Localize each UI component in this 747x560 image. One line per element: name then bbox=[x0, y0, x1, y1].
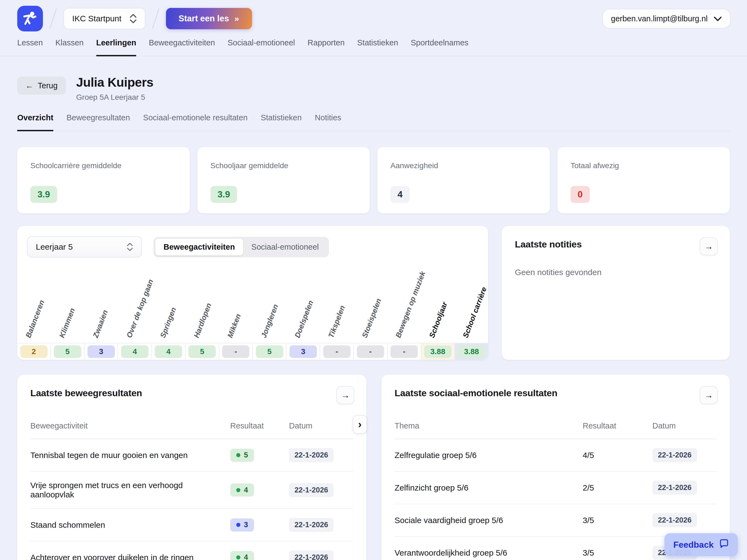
app-logo[interactable] bbox=[17, 6, 43, 31]
result-badge: 3 bbox=[230, 518, 254, 532]
year-selector-label: Leerjaar 5 bbox=[36, 242, 73, 252]
nav-item-lessen[interactable]: Lessen bbox=[17, 38, 43, 56]
result-dot bbox=[236, 453, 240, 457]
matrix-column-schooljaar: Schooljaar bbox=[421, 261, 455, 343]
table-row[interactable]: Achterover en voorover duikelen in de ri… bbox=[30, 541, 353, 560]
movement-results-arrow-button[interactable]: → bbox=[336, 386, 354, 404]
results-tables-row: Laatste beweegresultaten → › Beweegactiv… bbox=[17, 375, 730, 560]
table-row[interactable]: Vrije sprongen met trucs en een verhoogd… bbox=[30, 472, 353, 509]
matrix-column-over-de-kop-gaan: Over de kop gaan bbox=[118, 261, 152, 343]
stat-value-badge: 0 bbox=[571, 186, 590, 203]
stat-card-schoolcarri-re-gemiddelde: Schoolcarrière gemiddelde3.9 bbox=[17, 147, 190, 213]
tab-beweegresultaten[interactable]: Beweegresultaten bbox=[67, 113, 130, 131]
nav-item-rapporten[interactable]: Rapporten bbox=[308, 38, 344, 56]
theme-name: Sociale vaardigheid groep 5/6 bbox=[394, 516, 583, 525]
matrix-label: Zwaaien bbox=[91, 309, 110, 339]
matrix-value-badge: - bbox=[222, 345, 249, 358]
matrix-value-badge: - bbox=[323, 345, 351, 358]
table-row[interactable]: Zelfinzicht groep 5/62/522-1-2026 bbox=[394, 472, 717, 504]
notes-arrow-button[interactable]: → bbox=[700, 237, 718, 255]
result-cell: 4 bbox=[230, 483, 289, 497]
stat-value-badge: 4 bbox=[390, 186, 410, 203]
table-row[interactable]: Staand schommelen322-1-2026 bbox=[30, 509, 353, 541]
tab-notities[interactable]: Notities bbox=[315, 113, 341, 131]
table-row[interactable]: Sociale vaardigheid groep 5/63/522-1-202… bbox=[394, 504, 717, 537]
tab-sociaal-emotionele-resultaten[interactable]: Sociaal-emotionele resultaten bbox=[143, 113, 248, 131]
matrix-values: 253445-53---3.883.88 bbox=[17, 343, 488, 360]
matrix-value-badge: 4 bbox=[121, 345, 149, 358]
social-table-header: Thema Resultaat Datum bbox=[394, 422, 717, 439]
toggle-sociaal-emotioneel[interactable]: Sociaal-emotioneel bbox=[243, 239, 327, 255]
year-selector[interactable]: Leerjaar 5 bbox=[27, 236, 142, 258]
stat-value-badge: 3.9 bbox=[210, 186, 237, 203]
social-results-arrow-button[interactable]: → bbox=[700, 386, 718, 404]
matrix-column-springen: Springen bbox=[152, 261, 185, 343]
speech-bubble-icon bbox=[719, 539, 729, 551]
matrix-label: Mikken bbox=[226, 312, 243, 339]
feedback-label: Feedback bbox=[673, 540, 714, 550]
matrix-column-bewegen-op-muziek: Bewegen op muziek bbox=[387, 261, 421, 343]
student-heading: Julia Kuipers Groep 5A Leerjaar 5 bbox=[76, 75, 153, 102]
page-subtitle: Groep 5A Leerjaar 5 bbox=[76, 93, 153, 102]
start-lesson-button[interactable]: Start een les » bbox=[166, 8, 252, 29]
stat-card-schooljaar-gemiddelde: Schooljaar gemiddelde3.9 bbox=[198, 147, 370, 213]
matrix-value-badge: 4 bbox=[155, 345, 182, 358]
app-root: IKC Startpunt Start een les » gerben.van… bbox=[0, 0, 747, 560]
arrow-right-icon: → bbox=[704, 390, 713, 400]
movement-results-title: Laatste beweegresultaten bbox=[30, 388, 353, 399]
table-row[interactable]: Zelfregulatie groep 5/64/522-1-2026 bbox=[394, 439, 717, 472]
table-scroll-right-button[interactable]: › bbox=[353, 415, 367, 434]
matrix-column-tikspelen: Tikspelen bbox=[320, 261, 354, 343]
latest-notes-card: Laatste notities → Geen notities gevonde… bbox=[502, 226, 730, 360]
matrix-cell-stoeispelen: - bbox=[354, 343, 387, 360]
result-type-toggle: BeweegactiviteitenSociaal-emotioneel bbox=[153, 237, 329, 257]
nav-item-sportdeelnames[interactable]: Sportdeelnames bbox=[411, 38, 468, 56]
account-menu[interactable]: gerben.van.limpt@tilburg.nl bbox=[602, 9, 730, 28]
tab-overzicht[interactable]: Overzicht bbox=[17, 113, 53, 131]
matrix-label: Jongleren bbox=[259, 303, 280, 339]
column-header-date: Datum bbox=[289, 422, 353, 430]
result-cell: 4 bbox=[230, 551, 289, 560]
nav-item-sociaal-emotioneel[interactable]: Sociaal-emotioneel bbox=[228, 38, 295, 56]
date-cell: 22-1-2026 bbox=[652, 481, 717, 495]
runner-logo-icon bbox=[22, 9, 38, 28]
matrix-value-badge: 5 bbox=[54, 345, 81, 358]
matrix-column-jongleren: Jongleren bbox=[253, 261, 286, 343]
back-button[interactable]: ← Terug bbox=[17, 77, 66, 95]
arrow-right-icon: → bbox=[341, 390, 350, 400]
result-value: 3/5 bbox=[583, 548, 652, 558]
matrix-value-badge: 3 bbox=[289, 345, 317, 358]
stat-cards: Schoolcarrière gemiddelde3.9Schooljaar g… bbox=[17, 147, 730, 213]
date-cell: 22-1-2026 bbox=[652, 448, 717, 462]
start-lesson-label: Start een les bbox=[179, 14, 229, 24]
selector-chevrons-icon bbox=[127, 243, 133, 251]
tab-statistieken[interactable]: Statistieken bbox=[261, 113, 302, 131]
school-selector[interactable]: IKC Startpunt bbox=[63, 8, 146, 29]
nav-item-statistieken[interactable]: Statistieken bbox=[357, 38, 398, 56]
matrix-label: Doelspelen bbox=[293, 299, 315, 339]
table-row[interactable]: Tennisbal tegen de muur gooien en vangen… bbox=[30, 439, 353, 472]
matrix-label: Over de kop gaan bbox=[125, 278, 155, 339]
date-badge: 22-1-2026 bbox=[652, 481, 697, 495]
nav-item-klassen[interactable]: Klassen bbox=[55, 38, 84, 56]
matrix-column-stoeispelen: Stoeispelen bbox=[354, 261, 387, 343]
feedback-button[interactable]: Feedback bbox=[664, 533, 738, 556]
nav-item-beweegactiviteiten[interactable]: Beweegactiviteiten bbox=[149, 38, 215, 56]
activity-name: Tennisbal tegen de muur gooien en vangen bbox=[30, 451, 230, 460]
student-tabs: OverzichtBeweegresultatenSociaal-emotion… bbox=[17, 113, 730, 131]
result-dot bbox=[236, 488, 240, 492]
column-header-result: Resultaat bbox=[583, 422, 652, 430]
matrix-value-badge: - bbox=[390, 345, 418, 358]
toggle-beweegactiviteiten[interactable]: Beweegactiviteiten bbox=[155, 239, 243, 255]
result-value: 4 bbox=[244, 553, 248, 560]
matrix-column-zwaaien: Zwaaien bbox=[84, 261, 118, 343]
matrix-labels: BalancerenKlimmenZwaaienOver de kop gaan… bbox=[17, 261, 488, 343]
movement-results-card: Laatste beweegresultaten → › Beweegactiv… bbox=[17, 375, 366, 560]
date-badge: 22-1-2026 bbox=[289, 448, 334, 462]
school-selector-label: IKC Startpunt bbox=[72, 14, 121, 23]
result-value: 2/5 bbox=[583, 483, 652, 492]
matrix-column-balanceren: Balanceren bbox=[17, 261, 51, 343]
matrix-value-badge: 5 bbox=[188, 345, 216, 358]
nav-item-leerlingen[interactable]: Leerlingen bbox=[96, 38, 136, 56]
column-header-theme: Thema bbox=[394, 422, 583, 430]
